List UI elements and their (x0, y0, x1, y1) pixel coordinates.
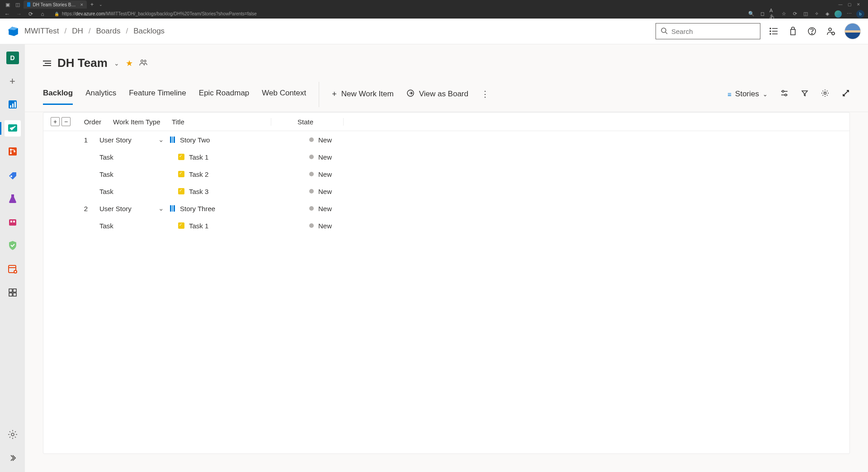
svg-point-6 (770, 31, 771, 32)
bing-icon[interactable]: b (856, 10, 864, 18)
sync-icon[interactable]: ⟳ (791, 10, 798, 18)
backlog-level-selector[interactable]: ≡ Stories ⌄ (727, 90, 768, 99)
nav-pipelines[interactable] (5, 167, 21, 184)
nav-boards[interactable] (5, 120, 21, 137)
breadcrumb-backlogs[interactable]: Backlogs (133, 27, 165, 36)
sidebar-toggle-icon[interactable] (43, 61, 51, 66)
tab-action-icon[interactable]: ▣ (4, 1, 12, 8)
forward-icon: → (15, 10, 23, 18)
nav-settings[interactable] (5, 427, 21, 443)
tab-epic-roadmap[interactable]: Epic Roadmap (199, 89, 250, 105)
nav-overview[interactable] (5, 97, 21, 113)
gear-icon (7, 429, 18, 441)
column-title[interactable]: Title (171, 118, 271, 126)
azure-devops-logo[interactable] (7, 25, 19, 37)
address-bar[interactable]: 🔒 https://dev.azure.com/MWITTest/DH/_bac… (51, 11, 743, 16)
nav-grid[interactable] (5, 285, 21, 301)
expand-all-button[interactable]: + (51, 117, 60, 126)
testplans-icon (7, 193, 18, 205)
user-settings-icon[interactable] (826, 26, 836, 37)
site-permissions-icon[interactable]: ◻ (759, 10, 766, 18)
close-icon[interactable]: × (80, 2, 83, 7)
window-maximize-icon[interactable]: ▢ (845, 1, 854, 8)
column-order[interactable]: Order (81, 118, 113, 126)
column-state[interactable]: State (271, 118, 344, 126)
team-name[interactable]: DH Team (57, 56, 108, 70)
work-item-title[interactable]: Task 3 (189, 188, 208, 195)
nav-calendar[interactable] (5, 261, 21, 278)
settings-gear-icon[interactable] (821, 89, 829, 99)
team-members-icon[interactable] (139, 59, 147, 68)
marketplace-icon[interactable] (788, 26, 798, 37)
table-row[interactable]: 1User Story⌄Story TwoNew (43, 131, 849, 148)
search-input[interactable] (671, 28, 757, 35)
expand-chevron-icon[interactable]: ⌄ (157, 204, 165, 212)
profile-avatar[interactable] (835, 10, 842, 18)
split-icon[interactable]: ◫ (802, 10, 809, 18)
collapse-all-button[interactable]: − (61, 117, 71, 126)
tab-menu-icon[interactable]: ⌄ (97, 2, 104, 7)
tab-backlog[interactable]: Backlog (43, 89, 73, 105)
filter-icon[interactable] (801, 90, 808, 99)
nav-compliance[interactable] (5, 238, 21, 254)
extension-icon[interactable]: ◈ (824, 10, 831, 18)
help-icon[interactable] (807, 26, 817, 37)
tab-analytics[interactable]: Analytics (85, 89, 116, 105)
more-icon[interactable]: ⋯ (845, 10, 853, 18)
new-work-item-button[interactable]: + New Work Item (332, 90, 393, 99)
table-row[interactable]: Task⌄Task 3New (43, 183, 849, 200)
column-type[interactable]: Work Item Type (113, 118, 171, 126)
cell-title: ⌄Task 3 (157, 187, 283, 195)
breadcrumb-boards[interactable]: Boards (96, 27, 121, 36)
chevron-down-icon[interactable]: ⌄ (114, 60, 119, 67)
window-minimize-icon[interactable]: — (836, 1, 844, 8)
column-options-icon[interactable] (780, 90, 788, 99)
window-close-icon[interactable]: ✕ (854, 1, 863, 8)
work-item-title[interactable]: Task 1 (189, 222, 208, 230)
svg-point-7 (770, 33, 771, 34)
zoom-icon[interactable]: 🔍 (748, 10, 755, 18)
search-box[interactable] (656, 23, 760, 39)
work-item-title[interactable]: Story Three (180, 205, 215, 212)
breadcrumb-org[interactable]: MWITTest (24, 27, 59, 36)
user-story-icon (168, 205, 176, 212)
table-row[interactable]: Task⌄Task 2New (43, 165, 849, 183)
tab-web-context[interactable]: Web Context (262, 89, 306, 105)
work-item-title[interactable]: Story Two (180, 136, 210, 144)
svg-point-5 (770, 28, 771, 29)
nav-artifacts[interactable] (5, 214, 21, 231)
favorite-icon[interactable]: ☆ (780, 10, 788, 18)
favorite-star-icon[interactable]: ★ (126, 58, 133, 68)
browser-tab[interactable]: DH Team Stories Backlog - Boar... × (24, 0, 87, 9)
project-avatar[interactable]: D (5, 50, 21, 66)
table-row[interactable]: Task⌄Task 1New (43, 148, 849, 165)
tab-feature-timeline[interactable]: Feature Timeline (129, 89, 186, 105)
tab-action-icon[interactable]: ◫ (14, 1, 22, 8)
search-icon (660, 27, 668, 36)
user-avatar[interactable] (844, 23, 861, 39)
home-icon[interactable]: ⌂ (39, 10, 46, 18)
backlog-grid: + − Order Work Item Type Title State 1Us… (43, 112, 850, 454)
cell-type: User Story (99, 205, 157, 212)
work-item-title[interactable]: Task 2 (189, 170, 208, 178)
collections-icon[interactable]: ✧ (813, 10, 820, 18)
work-item-title[interactable]: Task 1 (189, 153, 208, 161)
more-actions-icon[interactable]: ⋮ (481, 89, 489, 99)
nav-repos[interactable] (5, 144, 21, 160)
svg-point-10 (829, 28, 831, 31)
table-row[interactable]: 2User Story⌄Story ThreeNew (43, 200, 849, 217)
nav-expand[interactable] (5, 450, 21, 467)
new-tab-button[interactable]: + (89, 1, 95, 8)
back-icon[interactable]: ← (4, 10, 11, 18)
svg-rect-29 (13, 289, 16, 292)
table-row[interactable]: Task⌄Task 1New (43, 217, 849, 234)
expand-chevron-icon[interactable]: ⌄ (157, 136, 165, 144)
work-items-icon[interactable] (769, 26, 779, 37)
fullscreen-icon[interactable] (842, 89, 850, 99)
nav-testplans[interactable] (5, 191, 21, 207)
reading-icon[interactable]: Aあ (769, 10, 777, 18)
refresh-icon[interactable]: ⟳ (27, 10, 34, 18)
view-as-board-button[interactable]: View as Board (406, 89, 468, 99)
new-item-button[interactable]: + (5, 73, 21, 90)
breadcrumb-project[interactable]: DH (72, 27, 83, 36)
